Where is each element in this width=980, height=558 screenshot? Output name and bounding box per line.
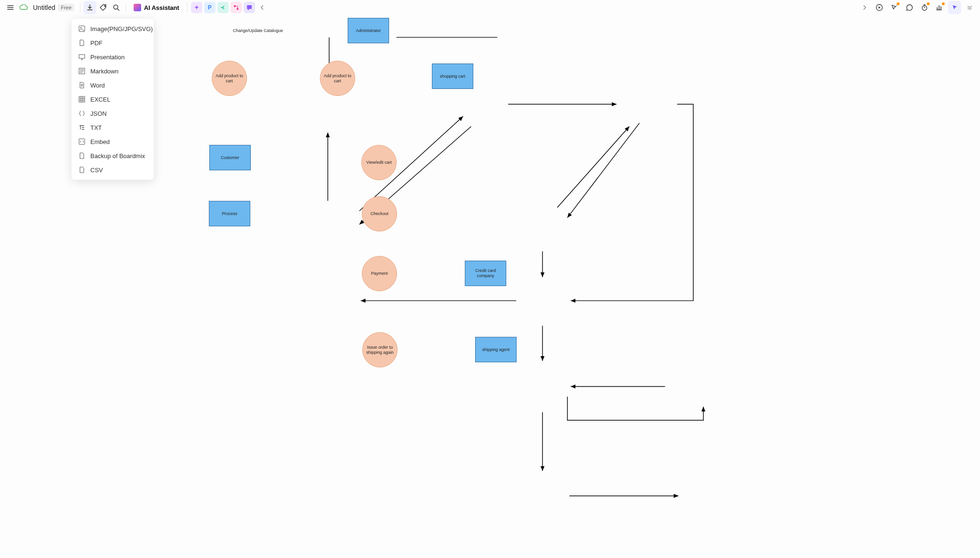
- excel-icon: [78, 96, 86, 103]
- node-label: Credit card company: [467, 268, 504, 279]
- tag-icon: [99, 4, 107, 11]
- node-label: Payment: [371, 271, 388, 276]
- svg-point-7: [80, 27, 81, 28]
- backup-icon: [78, 152, 86, 159]
- title-area: Untitled Free: [33, 4, 74, 11]
- export-label: Presentation: [90, 54, 125, 61]
- export-label: Markdown: [90, 68, 119, 75]
- node-label: Issue order to shipping again: [365, 345, 395, 355]
- export-label: Word: [90, 82, 105, 89]
- divider: [126, 3, 126, 12]
- export-pdf[interactable]: PDF: [72, 36, 154, 50]
- node-process[interactable]: Process: [209, 201, 250, 226]
- node-view-edit-cart[interactable]: View/edit cart: [361, 145, 397, 180]
- node-add-product-2[interactable]: Add product to cart: [320, 61, 355, 96]
- node-label: Customer: [221, 155, 239, 160]
- image-icon: [78, 25, 86, 32]
- export-button[interactable]: [83, 1, 96, 14]
- pointer-tool-button[interactable]: [948, 1, 961, 14]
- export-word[interactable]: Word: [72, 78, 154, 92]
- pointer-icon: [951, 4, 958, 11]
- tool-chip-mindmap[interactable]: [217, 2, 229, 13]
- node-shopping-cart[interactable]: shopping cart: [432, 64, 473, 89]
- svg-rect-10: [79, 96, 85, 102]
- cursor-effects-button[interactable]: [888, 1, 901, 14]
- export-txt[interactable]: TXT: [72, 120, 154, 135]
- more-button[interactable]: [963, 1, 976, 14]
- tool-chip-note[interactable]: [244, 2, 255, 13]
- chevron-down-double-icon: [966, 4, 973, 11]
- node-label: Process: [222, 211, 238, 216]
- top-toolbar: Untitled Free AI Assistant ✦ P: [0, 0, 980, 15]
- export-embed[interactable]: Embed: [72, 135, 154, 149]
- hamburger-icon: [7, 4, 14, 11]
- pdf-icon: [78, 39, 86, 47]
- svg-rect-2: [237, 8, 239, 10]
- chevron-left-icon: [260, 5, 265, 10]
- json-icon: [78, 110, 86, 117]
- note-icon: [247, 5, 252, 10]
- timer-button[interactable]: [918, 1, 931, 14]
- notification-dot: [897, 2, 900, 5]
- svg-rect-3: [247, 5, 252, 9]
- analytics-button[interactable]: [933, 1, 946, 14]
- node-label: View/edit cart: [367, 160, 392, 165]
- ai-assistant-button[interactable]: AI Assistant: [129, 2, 184, 13]
- export-label: Embed: [90, 138, 110, 145]
- node-label: shopping cart: [440, 74, 465, 79]
- play-icon: [876, 4, 883, 11]
- search-icon: [112, 4, 120, 11]
- comment-button[interactable]: [903, 1, 916, 14]
- collapse-tools-button[interactable]: [256, 1, 269, 14]
- export-image[interactable]: Image(PNG/JPG/SVG): [72, 22, 154, 36]
- node-label: Administrator: [356, 28, 381, 33]
- cloud-sync-button[interactable]: [17, 1, 30, 14]
- menu-button[interactable]: [4, 1, 17, 14]
- node-administrator[interactable]: Administrator: [348, 18, 389, 43]
- tool-chip-flow[interactable]: [231, 2, 242, 13]
- export-markdown[interactable]: Markdown: [72, 64, 154, 78]
- embed-icon: [78, 138, 86, 145]
- tool-chip-image[interactable]: ✦: [191, 2, 202, 13]
- csv-icon: [78, 166, 86, 174]
- export-json[interactable]: JSON: [72, 106, 154, 120]
- download-icon: [86, 4, 94, 11]
- document-title[interactable]: Untitled: [33, 4, 55, 11]
- toolbar-right: [858, 1, 976, 14]
- node-add-product-1[interactable]: Add product to cart: [212, 61, 247, 96]
- flow-icon: [233, 5, 239, 10]
- node-customer[interactable]: Customer: [209, 145, 251, 170]
- export-label: Image(PNG/JPG/SVG): [90, 25, 153, 32]
- chevron-right-icon: [861, 5, 867, 10]
- node-issue-order[interactable]: Issue order to shipping again: [362, 332, 398, 367]
- node-credit-card-company[interactable]: Credit card company: [465, 261, 506, 286]
- node-payment[interactable]: Payment: [362, 256, 397, 291]
- ai-assistant-label: AI Assistant: [144, 4, 179, 11]
- comment-icon: [906, 4, 913, 11]
- export-label: Backup of Boardmix: [90, 152, 145, 159]
- export-label: TXT: [90, 124, 102, 131]
- export-csv[interactable]: CSV: [72, 163, 154, 177]
- branch-icon: [220, 5, 226, 10]
- edge-label-change-catalogue: Change/Update Catalogue: [233, 28, 283, 33]
- tool-chip-p[interactable]: P: [204, 2, 215, 13]
- node-label: shipping agent: [482, 347, 510, 352]
- ai-logo-icon: [134, 4, 141, 11]
- export-excel[interactable]: EXCEL: [72, 92, 154, 106]
- search-button[interactable]: [110, 1, 123, 14]
- notification-dot: [942, 2, 945, 5]
- tag-button[interactable]: [96, 1, 110, 14]
- export-presentation[interactable]: Presentation: [72, 50, 154, 64]
- node-label: Checkout: [370, 211, 388, 216]
- expand-right-button[interactable]: [858, 1, 871, 14]
- cloud-icon: [19, 4, 28, 11]
- svg-point-0: [114, 5, 118, 9]
- play-button[interactable]: [873, 1, 886, 14]
- node-shipping-agent[interactable]: shipping agent: [475, 337, 517, 362]
- svg-rect-8: [79, 55, 85, 58]
- export-label: EXCEL: [90, 96, 111, 103]
- svg-rect-1: [234, 5, 236, 7]
- export-backup[interactable]: Backup of Boardmix: [72, 149, 154, 163]
- node-checkout[interactable]: Checkout: [362, 196, 397, 231]
- divider: [80, 3, 80, 12]
